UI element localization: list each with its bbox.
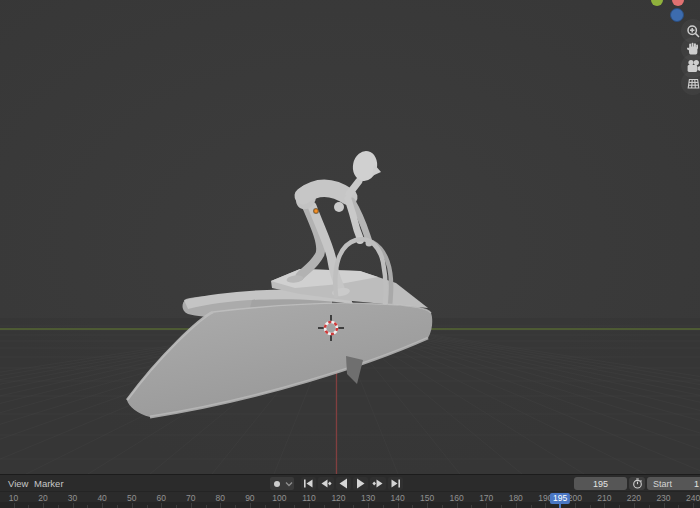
next-keyframe-button[interactable] — [370, 477, 386, 490]
jump-to-end-button[interactable] — [388, 477, 403, 490]
ruler-minor-tick — [132, 503, 133, 508]
ruler-tick-label: 20 — [38, 493, 47, 503]
ruler-tick-label: 10 — [9, 493, 18, 503]
ruler-tick-label: 80 — [216, 493, 225, 503]
ruler-minor-tick — [339, 503, 340, 508]
blender-window: View Marker — [0, 0, 700, 508]
ruler-minor-tick — [427, 503, 428, 508]
ruler-minor-tick — [250, 503, 251, 508]
viewport-3d[interactable] — [0, 0, 700, 474]
ruler-tick-label: 50 — [127, 493, 136, 503]
ruler-tick-label: 90 — [245, 493, 254, 503]
ruler-tick-label: 30 — [68, 493, 77, 503]
timeline-menu-marker[interactable]: Marker — [28, 475, 70, 492]
ruler-minor-tick — [309, 503, 310, 508]
play-button[interactable] — [353, 477, 368, 490]
current-frame-badge[interactable]: 195 — [550, 493, 570, 504]
ruler-minor-tick — [634, 503, 635, 508]
start-value: 1 — [694, 479, 699, 489]
current-frame-field[interactable]: 195 — [574, 477, 627, 490]
ruler-tick-label: 70 — [186, 493, 195, 503]
ruler-minor-tick — [486, 503, 487, 508]
nav-gizmo-blue-axis-ball[interactable] — [670, 8, 684, 22]
ruler-tick-label: 240 — [686, 493, 700, 503]
ruler-tick-label: 170 — [479, 493, 493, 503]
object-origin-dot — [314, 209, 318, 213]
ruler-minor-tick — [368, 503, 369, 508]
previous-keyframe-button[interactable] — [318, 477, 334, 490]
ruler-tick-label: 150 — [420, 493, 434, 503]
ruler-minor-tick — [545, 503, 546, 508]
record-dropdown-chevron-icon[interactable] — [284, 479, 294, 489]
ruler-tick-label: 140 — [390, 493, 404, 503]
ruler-minor-tick — [664, 503, 665, 508]
viewport-scene[interactable] — [0, 0, 700, 474]
ruler-tick-label: 210 — [597, 493, 611, 503]
play-reverse-button[interactable] — [336, 477, 351, 490]
auto-key-record-button[interactable] — [270, 477, 294, 490]
ruler-minor-tick — [693, 503, 694, 508]
ruler-tick-label: 60 — [156, 493, 165, 503]
ruler-minor-tick — [43, 503, 44, 508]
ruler-minor-tick — [14, 503, 15, 508]
ruler-tick-label: 100 — [272, 493, 286, 503]
ruler-minor-tick — [398, 503, 399, 508]
ruler-tick-label: 220 — [627, 493, 641, 503]
ruler-minor-tick — [220, 503, 221, 508]
ruler-minor-tick — [575, 503, 576, 508]
ruler-tick-label: 110 — [302, 493, 316, 503]
ruler-tick-label: 160 — [450, 493, 464, 503]
stopwatch-icon[interactable] — [629, 477, 645, 490]
orthographic-grid-icon[interactable] — [681, 71, 700, 95]
ruler-tick-label: 120 — [331, 493, 345, 503]
ruler-minor-tick — [604, 503, 605, 508]
start-label: Start — [653, 479, 672, 489]
start-frame-field[interactable]: Start 1 — [647, 477, 700, 490]
ruler-tick-label: 180 — [509, 493, 523, 503]
timeline-header: View Marker — [0, 474, 700, 491]
ruler-minor-tick — [457, 503, 458, 508]
ruler-minor-tick — [161, 503, 162, 508]
ruler-minor-tick — [73, 503, 74, 508]
ruler-minor-tick — [102, 503, 103, 508]
jump-to-start-button[interactable] — [301, 477, 316, 490]
ruler-minor-tick — [191, 503, 192, 508]
ruler-tick-label: 130 — [361, 493, 375, 503]
transport-controls — [270, 477, 403, 490]
ruler-minor-tick — [516, 503, 517, 508]
ruler-tick-label: 40 — [97, 493, 106, 503]
timeline-ruler[interactable]: 1020304050607080901001101201301401501601… — [0, 491, 700, 508]
ruler-minor-tick — [279, 503, 280, 508]
ruler-tick-label: 230 — [656, 493, 670, 503]
